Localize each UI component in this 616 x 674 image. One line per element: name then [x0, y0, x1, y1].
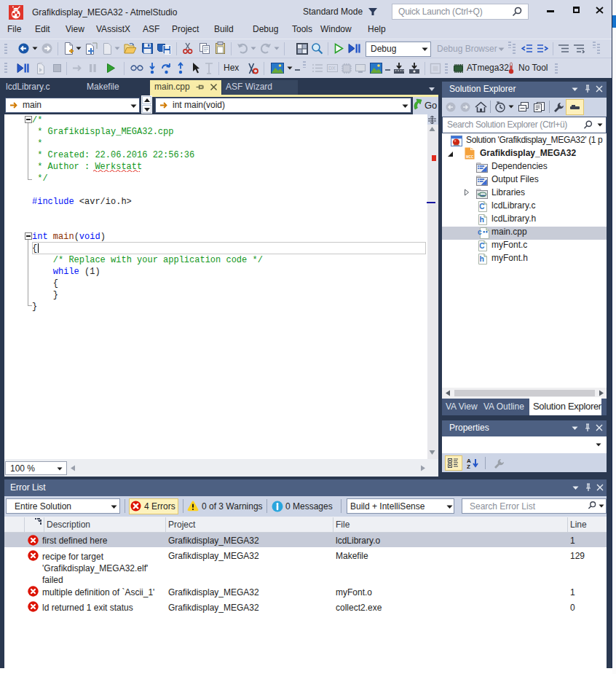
svg-text:h: h [480, 254, 484, 263]
svg-text:DX: DX [328, 66, 336, 71]
svg-text:MCC: MCC [466, 155, 474, 159]
svg-text:c: c [478, 228, 482, 236]
svg-text:h: h [480, 215, 484, 224]
svg-text:Z: Z [467, 463, 470, 469]
svg-text:C: C [479, 203, 484, 211]
svg-text:C: C [479, 242, 484, 250]
